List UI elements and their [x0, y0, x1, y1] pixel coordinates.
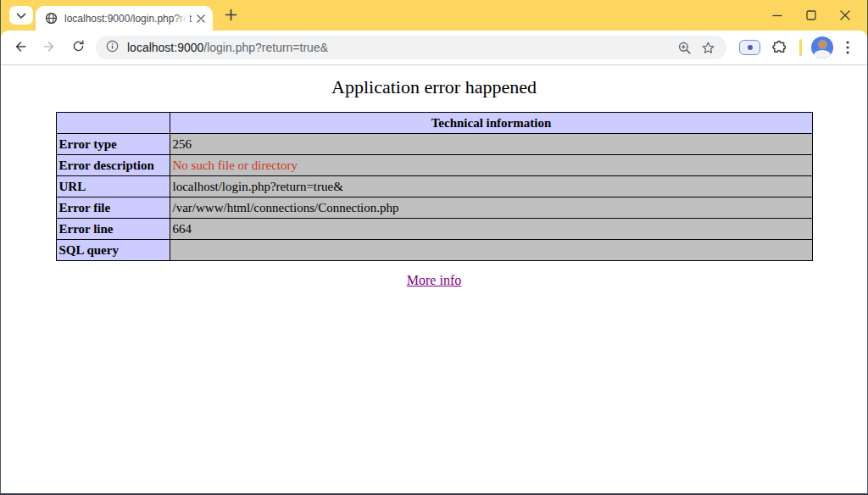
browser-toolbar: localhost:9000/login.php?return=true& [1, 31, 867, 64]
row-label: Error description [56, 155, 170, 176]
site-info-icon[interactable] [106, 40, 119, 56]
table-row: SQL query [56, 240, 812, 261]
reload-button[interactable] [65, 35, 91, 60]
maximize-button[interactable] [794, 3, 828, 28]
bookmark-star-icon[interactable] [696, 36, 720, 58]
toolbar-actions [735, 35, 859, 60]
back-button[interactable] [8, 35, 33, 60]
extensions-puzzle-icon[interactable] [766, 35, 792, 60]
tab-strip: localhost:9000/login.php?return [1, 0, 867, 31]
row-value [170, 240, 812, 261]
tab-title-fade [175, 10, 190, 27]
row-value: 664 [170, 219, 812, 240]
more-info-container: More info [1, 273, 867, 288]
table-row: Error type 256 [56, 134, 812, 155]
table-header: Technical information [170, 113, 812, 134]
window-controls [760, 2, 862, 29]
table-row: URL localhost/login.php?return=true& [56, 176, 812, 197]
globe-icon [44, 12, 58, 25]
reload-icon [71, 39, 86, 56]
row-value: 256 [170, 134, 812, 155]
profile-avatar[interactable] [811, 36, 833, 58]
browser-window: localhost:9000/login.php?return [0, 0, 868, 495]
browser-chrome: localhost:9000/login.php?return [1, 0, 867, 64]
more-info-link[interactable]: More info [407, 273, 461, 287]
zoom-level-icon[interactable] [672, 36, 696, 58]
row-value: localhost/login.php?return=true& [170, 176, 812, 197]
row-label: Error line [56, 219, 170, 240]
media-dot [748, 45, 753, 50]
media-indicator-icon[interactable] [740, 41, 760, 54]
tab-close-icon[interactable] [193, 11, 208, 25]
table-row: Error file /var/www/html/connections/Con… [56, 197, 812, 219]
header-spacer-cell [56, 113, 170, 134]
browser-tab[interactable]: localhost:9000/login.php?return [36, 6, 213, 31]
row-label: URL [56, 176, 170, 197]
avatar-head [818, 40, 827, 49]
back-arrow-icon [13, 39, 28, 57]
row-value: /var/www/html/connections/Connection.php [170, 197, 812, 219]
plus-icon [225, 8, 237, 24]
new-tab-button[interactable] [220, 7, 241, 25]
table-header-row: Technical information [56, 113, 812, 134]
error-table: Technical information Error type 256 Err… [56, 112, 813, 261]
row-value-error: No such file or directory [170, 155, 812, 176]
row-label: Error file [56, 197, 170, 219]
chevron-down-icon [16, 9, 26, 22]
address-bar[interactable]: localhost:9000/login.php?return=true& [96, 36, 726, 59]
avatar-body [814, 50, 831, 58]
minimize-button[interactable] [760, 3, 794, 28]
browser-menu-icon[interactable] [837, 36, 859, 59]
close-button[interactable] [828, 3, 862, 28]
tab-title: localhost:9000/login.php?return [64, 13, 192, 25]
table-row: Error line 664 [56, 219, 812, 240]
tab-search-button[interactable] [9, 6, 33, 25]
url-host: localhost:9000 [127, 41, 203, 54]
row-label: SQL query [56, 240, 170, 261]
row-label: Error type [56, 134, 170, 155]
forward-arrow-icon [42, 39, 57, 57]
forward-button[interactable] [36, 35, 62, 60]
url-path: /login.php?return=true& [203, 41, 328, 54]
url-text: localhost:9000/login.php?return=true& [127, 41, 672, 54]
table-row: Error description No such file or direct… [56, 155, 812, 176]
page-title: Application error happened [1, 65, 867, 112]
page-content: Application error happened Technical inf… [1, 65, 867, 288]
theme-divider [799, 39, 802, 56]
